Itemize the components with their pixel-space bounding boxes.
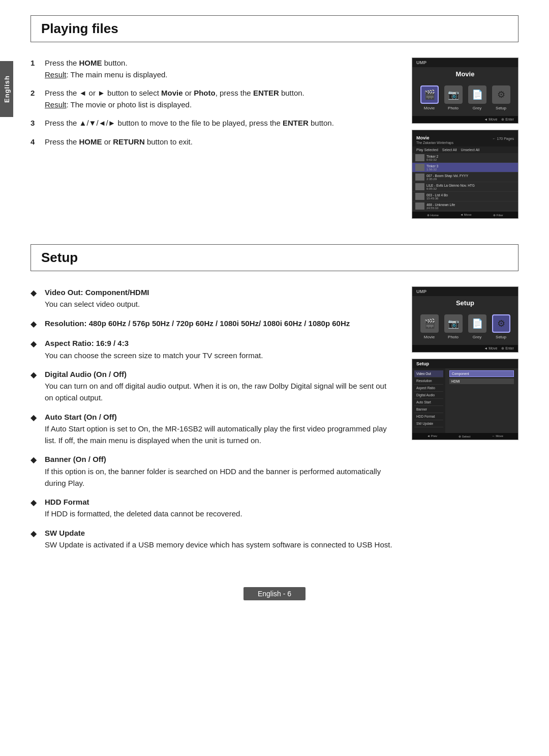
item-time-1: 0:02:32: [426, 158, 515, 161]
scr1-icon-setup: ⚙ Setup: [492, 85, 510, 110]
step-3: 3 Press the ▲/▼/◄/► button to move to th…: [30, 118, 396, 129]
scr3-logo: UMP: [416, 289, 426, 294]
scr1-setup-icon: ⚙: [492, 85, 510, 104]
bullet-text-6: If this option is on, the banner folder …: [45, 467, 381, 487]
step-1-num: 1: [30, 57, 40, 80]
step-1: 1 Press the HOME button. Result: The mai…: [30, 57, 396, 80]
playing-files-screenshots: UMP Movie 🎬 Movie 📷 Photo 📄 Grey: [412, 57, 518, 219]
page-footer: English - 6: [30, 583, 518, 604]
scr1-logo: UMP: [416, 60, 426, 65]
scr3-movie-icon: 🎬: [420, 314, 439, 333]
list-item: Tinker 3 1:56:32: [412, 163, 518, 172]
step-2-num: 2: [30, 88, 40, 110]
thumb-5: [415, 193, 424, 200]
scr3-title: Setup: [412, 296, 518, 309]
bullet-text-1: You can select video output.: [45, 300, 140, 308]
setup-bullet-list: ◆ Video Out: Component/HDMI You can sele…: [30, 286, 396, 550]
scr3-icons: 🎬 Movie 📷 Photo 📄 Grey ⚙: [412, 309, 518, 345]
scr2-unselect-all: Unselect All: [461, 148, 480, 152]
scr3-grey-icon: 📄: [468, 314, 486, 333]
bullet-title-5: Auto Start (On / Off): [45, 413, 117, 421]
scr4-item-banner: Banner: [414, 406, 443, 413]
scr2-footer-move: ◄ Move: [460, 213, 471, 217]
screenshot-home-menu: UMP Movie 🎬 Movie 📷 Photo 📄 Grey: [412, 57, 518, 124]
scr3-top-bar: UMP: [412, 287, 518, 296]
scr2-footer: ⊕ Home ◄ Move ⊕ Filter: [412, 212, 518, 218]
scr4-body: Video Out Resolution Aspect Ratio Digita…: [412, 368, 518, 433]
scr1-nav-move: ◄ Move: [484, 118, 497, 122]
setup-text-content: ◆ Video Out: Component/HDMI You can sele…: [30, 286, 396, 558]
setup-content: ◆ Video Out: Component/HDMI You can sele…: [30, 286, 518, 558]
item-title-3: 007 - Boom Shap Vol. FYYY: [426, 174, 515, 178]
step-4: 4 Press the HOME or RETURN button to exi…: [30, 136, 396, 148]
bullet-hdd-format: ◆ HDD Format If HDD is formatted, the de…: [30, 496, 396, 520]
diamond-icon-2: ◆: [30, 318, 40, 331]
scr4-right-panel: Component HDMI: [445, 368, 518, 433]
bullet-resolution: ◆ Resolution: 480p 60Hz / 576p 50Hz / 72…: [30, 317, 396, 331]
steps-content: 1 Press the HOME button. Result: The mai…: [30, 57, 396, 155]
bullet-banner: ◆ Banner (On / Off) If this option is on…: [30, 453, 396, 489]
bullet-body-3: Aspect Ratio: 16:9 / 4:3 You can choose …: [45, 337, 396, 361]
bullet-auto-start: ◆ Auto Start (On / Off) If Auto Start op…: [30, 411, 396, 447]
step-2-photo: Photo: [194, 89, 216, 97]
item-info-5: 003 - List 4 Bo 15:45:36: [426, 193, 515, 200]
scr4-item-resolution: Resolution: [414, 377, 443, 385]
scr4-item-aspect-ratio: Aspect Ratio: [414, 385, 443, 392]
step-4-body: Press the HOME or RETURN button to exit.: [45, 136, 396, 148]
thumb-1: [415, 154, 424, 161]
screenshot-movie-list: Movie The Zakarian Winterhaps ← 170 Page…: [412, 130, 518, 219]
playing-files-title: Playing files: [41, 21, 508, 37]
list-item: 007 - Boom Shap Vol. FYYY 2:35:29: [412, 172, 518, 182]
thumb-4: [415, 183, 424, 190]
item-title-5: 003 - List 4 Bo: [426, 193, 515, 197]
scr1-title: Movie: [412, 67, 518, 80]
setup-screenshots: UMP Setup 🎬 Movie 📷 Photo 📄: [412, 286, 518, 440]
item-info-3: 007 - Boom Shap Vol. FYYY 2:35:29: [426, 174, 515, 181]
thumb-6: [415, 202, 424, 210]
scr3-movie-label: Movie: [424, 335, 435, 339]
bullet-title-7: HDD Format: [45, 498, 89, 506]
scr1-grey-icon: 📄: [468, 85, 486, 104]
scr1-icon-grey: 📄 Grey: [468, 85, 486, 110]
screenshot-setup-options: Setup Video Out Resolution Aspect Ratio …: [412, 359, 518, 440]
scr3-icon-setup: ⚙ Setup: [492, 314, 510, 339]
bullet-title-3: Aspect Ratio: 16:9 / 4:3: [45, 339, 129, 347]
item-time-6: 24:55:10: [426, 207, 515, 210]
bullet-sw-update: ◆ SW Update SW Update is activated if a …: [30, 527, 396, 551]
scr4-title: Setup: [416, 361, 514, 366]
bullet-text-3: You can choose the screen size to match …: [45, 351, 263, 360]
bullet-digital-audio: ◆ Digital Audio (On / Off) You can turn …: [30, 368, 396, 404]
diamond-icon-5: ◆: [30, 412, 40, 447]
bullet-title-1: Video Out: Component/HDMI: [45, 288, 149, 297]
list-item: 003 - List 4 Bo 15:45:36: [412, 192, 518, 201]
bullet-body-1: Video Out: Component/HDMI You can select…: [45, 286, 396, 310]
diamond-icon-3: ◆: [30, 338, 40, 361]
scr2-select-all: Select All: [442, 148, 457, 152]
scr1-icon-photo: 📷 Photo: [444, 85, 463, 110]
step-1-body: Press the HOME button. Result: The main …: [45, 57, 396, 80]
step-3-body: Press the ▲/▼/◄/► button to move to the …: [45, 118, 396, 129]
scr4-footer-prev: ◄ Prev: [427, 434, 437, 438]
step-1-bold: HOME: [79, 59, 102, 67]
item-title-2: Tinker 3: [426, 164, 515, 168]
step-2: 2 Press the ◄ or ► button to select Movi…: [30, 88, 396, 110]
scr4-option-hdmi: HDMI: [449, 379, 514, 384]
scr4-item-auto-start: Auto Start: [414, 399, 443, 406]
bullet-text-8: SW Update is activated if a USB memory d…: [45, 540, 392, 549]
bullet-body-6: Banner (On / Off) If this option is on, …: [45, 453, 396, 489]
setup-section: Setup ◆ Video Out: Component/HDMI You ca…: [30, 244, 518, 558]
scr3-setup-icon: ⚙: [492, 314, 510, 333]
step-2-result-label: Result: [45, 100, 67, 109]
scr2-footer-filter: ⊕ Filter: [493, 213, 503, 217]
item-title-4: LILE - Evils La Glenno Nov. HTG: [426, 184, 515, 187]
english-tab-label: English: [3, 75, 11, 103]
scr2-footer-home: ⊕ Home: [427, 213, 439, 217]
scr1-grey-label: Grey: [473, 106, 481, 110]
scr2-title: Movie: [416, 135, 430, 140]
bullet-body-2: Resolution: 480p 60Hz / 576p 50Hz / 720p…: [45, 317, 396, 331]
item-time-5: 15:45:36: [426, 197, 515, 200]
scr2-play-selected: Play Selected: [416, 148, 438, 152]
bullet-body-8: SW Update SW Update is activated if a US…: [45, 527, 396, 551]
scr4-item-hdd-format: HDD Format: [414, 413, 443, 420]
item-title-1: Tinker 2: [426, 155, 515, 158]
